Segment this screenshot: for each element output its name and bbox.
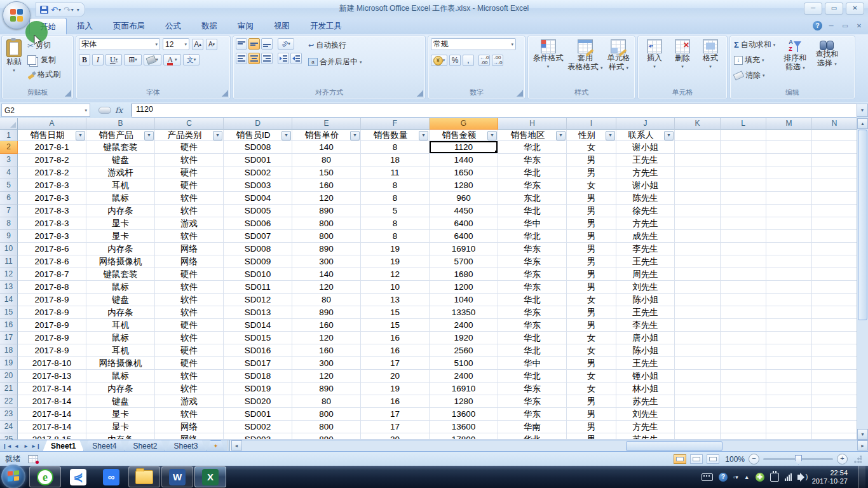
cell-G4[interactable]: 1650: [430, 166, 498, 179]
cell-G21[interactable]: 16910: [430, 383, 498, 395]
cell-L1[interactable]: [721, 130, 766, 141]
row-header-11[interactable]: 11: [0, 255, 18, 268]
cell-I4[interactable]: 男: [567, 166, 616, 179]
ribbon-tab-审阅[interactable]: 审阅: [227, 18, 264, 34]
zoom-slider[interactable]: [763, 458, 833, 460]
cell-C16[interactable]: 硬件: [155, 319, 224, 332]
cell-F11[interactable]: 19: [361, 255, 430, 268]
cell-N7[interactable]: [812, 205, 857, 217]
filter-button-B[interactable]: ▼: [144, 131, 154, 140]
cell-K6[interactable]: [675, 192, 721, 205]
cell-B23[interactable]: 显卡: [86, 408, 155, 421]
cell-E6[interactable]: 120: [292, 192, 361, 205]
taskbar-file-explorer[interactable]: [128, 466, 160, 487]
cell-L11[interactable]: [721, 255, 766, 268]
cell-F24[interactable]: 17: [361, 421, 430, 433]
cell-J1[interactable]: 联系人▼: [616, 130, 675, 141]
cell-M18[interactable]: [766, 344, 812, 357]
cell-G7[interactable]: 4450: [430, 205, 498, 217]
cell-B22[interactable]: 键盘: [86, 395, 155, 408]
cell-M21[interactable]: [766, 383, 812, 395]
cell-M1[interactable]: [766, 130, 812, 141]
borders-button[interactable]: ⊞▾: [124, 54, 142, 65]
first-sheet-button[interactable]: ❙◄: [3, 444, 11, 449]
cell-G18[interactable]: 2560: [430, 344, 498, 357]
cell-E8[interactable]: 800: [292, 217, 361, 230]
show-hidden-icons-button[interactable]: ▲: [744, 474, 750, 480]
cell-D11[interactable]: SD009: [224, 255, 292, 268]
cell-C24[interactable]: 网络: [155, 421, 224, 433]
cell-styles-button[interactable]: 单元格 样式 ▾: [605, 38, 632, 83]
cell-E9[interactable]: 800: [292, 230, 361, 243]
paste-button[interactable]: 粘贴 ▾: [4, 38, 24, 83]
row-header-1[interactable]: 1: [0, 130, 18, 141]
cell-J23[interactable]: 刘先生: [616, 408, 675, 421]
filter-button-E[interactable]: ▼: [350, 131, 360, 140]
cell-A22[interactable]: 2017-8-14: [18, 395, 86, 408]
cell-J10[interactable]: 李先生: [616, 243, 675, 255]
cell-C15[interactable]: 软件: [155, 306, 224, 319]
cell-C13[interactable]: 软件: [155, 281, 224, 294]
cell-E14[interactable]: 80: [292, 294, 361, 306]
cell-B13[interactable]: 鼠标: [86, 281, 155, 294]
cell-K20[interactable]: [675, 370, 721, 383]
cell-B8[interactable]: 显卡: [86, 217, 155, 230]
cell-A17[interactable]: 2017-8-9: [18, 332, 86, 344]
cell-N4[interactable]: [812, 166, 857, 179]
cell-J19[interactable]: 王先生: [616, 357, 675, 370]
fill-button[interactable]: ↓填充▾: [733, 54, 776, 66]
cell-N14[interactable]: [812, 294, 857, 306]
cell-D14[interactable]: SD012: [224, 294, 292, 306]
cell-E20[interactable]: 120: [292, 370, 361, 383]
cell-D6[interactable]: SD004: [224, 192, 292, 205]
cell-K10[interactable]: [675, 243, 721, 255]
cell-M12[interactable]: [766, 268, 812, 281]
dialog-launcher-icon[interactable]: [517, 90, 523, 97]
cell-N23[interactable]: [812, 408, 857, 421]
cell-E19[interactable]: 300: [292, 357, 361, 370]
cell-D5[interactable]: SD003: [224, 179, 292, 192]
cell-E3[interactable]: 80: [292, 154, 361, 166]
cell-M4[interactable]: [766, 166, 812, 179]
cell-M19[interactable]: [766, 357, 812, 370]
cell-C9[interactable]: 软件: [155, 230, 224, 243]
cell-F7[interactable]: 5: [361, 205, 430, 217]
cell-C8[interactable]: 游戏: [155, 217, 224, 230]
cell-K25[interactable]: [675, 433, 721, 440]
cell-F14[interactable]: 13: [361, 294, 430, 306]
italic-button[interactable]: I: [92, 54, 104, 65]
cell-N18[interactable]: [812, 344, 857, 357]
zoom-in-button[interactable]: +: [837, 454, 848, 464]
cell-N3[interactable]: [812, 154, 857, 166]
workbook-close-button[interactable]: ✕: [854, 22, 864, 29]
cell-M9[interactable]: [766, 230, 812, 243]
cell-J21[interactable]: 林小姐: [616, 383, 675, 395]
cell-D25[interactable]: SD003: [224, 433, 292, 440]
cell-K12[interactable]: [675, 268, 721, 281]
cell-I24[interactable]: 男: [567, 421, 616, 433]
row-header-2[interactable]: 2: [0, 141, 18, 154]
column-header-N[interactable]: N: [812, 118, 857, 130]
ribbon-tab-公式[interactable]: 公式: [155, 18, 191, 34]
cell-E21[interactable]: 890: [292, 383, 361, 395]
cell-J25[interactable]: 苏先生: [616, 433, 675, 440]
cell-E25[interactable]: 890: [292, 433, 361, 440]
cell-B5[interactable]: 耳机: [86, 179, 155, 192]
cell-B17[interactable]: 鼠标: [86, 332, 155, 344]
insert-cells-button[interactable]: 插入▾: [645, 38, 664, 83]
cell-F22[interactable]: 16: [361, 395, 430, 408]
cell-N19[interactable]: [812, 357, 857, 370]
align-center-button[interactable]: [248, 53, 260, 64]
cell-M16[interactable]: [766, 319, 812, 332]
cell-C10[interactable]: 网络: [155, 243, 224, 255]
column-header-G[interactable]: G: [430, 118, 498, 130]
sheet-tab-Sheet3[interactable]: Sheet3: [165, 440, 206, 452]
row-header-3[interactable]: 3: [0, 154, 18, 166]
filter-button-G[interactable]: ▼: [487, 131, 497, 140]
cell-M6[interactable]: [766, 192, 812, 205]
cell-G25[interactable]: 17800: [430, 433, 498, 440]
cell-B6[interactable]: 鼠标: [86, 192, 155, 205]
help-icon[interactable]: ?: [813, 21, 822, 30]
cell-A16[interactable]: 2017-8-9: [18, 319, 86, 332]
normal-view-button[interactable]: [674, 454, 686, 464]
